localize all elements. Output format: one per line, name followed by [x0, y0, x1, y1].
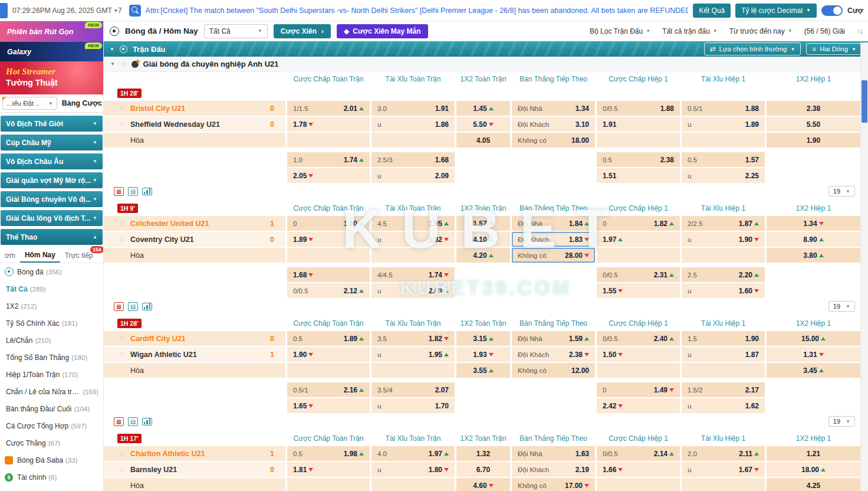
odds-cell[interactable]: 0.52.38	[597, 152, 680, 167]
odds-cell[interactable]: 4/4.51.74	[371, 267, 455, 282]
odds-cell[interactable]: Đội Nhà1.84	[512, 216, 595, 231]
time-range-select[interactable]: Từ trước đến nay ▼	[729, 27, 793, 35]
odds-cell[interactable]: u1.89	[682, 117, 765, 132]
match-list-icon[interactable]: ▤	[128, 187, 138, 196]
odds-cell[interactable]: Không có28.00	[512, 248, 595, 263]
sidebar-item-t-i-ch-nh[interactable]: $Tài chính(6)	[0, 469, 103, 486]
odds-cell[interactable]: Đội Khách1.83	[512, 232, 595, 247]
odds-cell[interactable]: Không có17.00	[512, 478, 595, 491]
sidebar-item-ch-n-l-c-a-n-a-tr[interactable]: Chẵn / Lẻ của Nửa trậ...(169)	[0, 383, 103, 400]
odds-cell[interactable]: Đội Nhà1.34	[512, 101, 595, 116]
odds-cell[interactable]: Đội Nhà1.59	[512, 331, 595, 346]
all-matches-select[interactable]: Tất cả trận đấu ▼	[662, 27, 718, 35]
banner-quick-version[interactable]: Phiên bản Rút Gọn NEW	[0, 21, 103, 42]
odds-cell[interactable]: 2.05	[287, 168, 370, 183]
page-count-select[interactable]: 19▼	[828, 301, 855, 312]
toggle-switch[interactable]	[821, 5, 843, 16]
filter-matches-select[interactable]: Bộ Lọc Trận Đấu ▼	[590, 27, 650, 35]
odds-cell[interactable]: Không có12.00	[512, 363, 595, 378]
odds-cell[interactable]: 1.81	[287, 462, 370, 477]
odds-cell[interactable]: 8.90	[767, 232, 860, 247]
odds-cell[interactable]: 2.02.11	[682, 446, 765, 461]
odds-cell[interactable]: 01.49	[597, 382, 680, 397]
favorite-star-icon[interactable]: ☆	[120, 60, 127, 68]
odds-cell[interactable]: 2.42	[597, 398, 680, 413]
odds-cell[interactable]: 1.01.74	[287, 152, 370, 167]
odds-cell[interactable]: 4.51.95	[371, 216, 455, 231]
odds-cell[interactable]: u1.86	[371, 117, 455, 132]
parlay-button[interactable]: Cược Xiên ›	[274, 24, 331, 38]
odds-cell[interactable]: 1.31	[767, 347, 860, 362]
page-count-select[interactable]: 19▼	[828, 416, 855, 427]
odds-cell[interactable]: 1.34	[767, 216, 860, 231]
odds-cell[interactable]: 4.05	[456, 133, 510, 148]
sidebar-item-hi-p-1-to-n-tr-n[interactable]: Hiệp 1/Toàn Trận(170)	[0, 366, 103, 383]
sidebar-item-t-ng-s-b-n-th-ng[interactable]: Tổng Số Bàn Thắng(180)	[0, 349, 103, 366]
stats-grid-icon[interactable]: ▦	[114, 302, 124, 311]
scrollbar-thumb[interactable]	[862, 80, 867, 123]
odds-cell[interactable]: 2/2.51.87	[682, 216, 765, 231]
favorite-star-icon[interactable]: ☆	[118, 120, 126, 129]
odds-cell[interactable]: 1.66	[597, 462, 680, 477]
odds-cell[interactable]: 3.80	[767, 248, 860, 263]
odds-cell[interactable]: Đội Khách3.10	[512, 117, 595, 132]
favorite-star-icon[interactable]: ☆	[118, 465, 126, 474]
odds-cell[interactable]: 1.51.90	[682, 331, 765, 346]
odds-cell[interactable]: 1.89	[287, 232, 370, 247]
odds-cell[interactable]: u1.90	[682, 232, 765, 247]
odds-cell[interactable]: 1.21	[767, 446, 860, 461]
odds-cell[interactable]: 01.90	[287, 216, 370, 231]
odds-cell[interactable]: u2.03	[371, 283, 455, 298]
odds-cell[interactable]: 1.93	[456, 347, 510, 362]
odds-cell[interactable]: u1.80	[371, 462, 455, 477]
rows-mode-select[interactable]: ≡ Hai Dòng ▼	[806, 43, 862, 55]
favorite-star-icon[interactable]: ☆	[118, 235, 126, 244]
bar-chart-icon[interactable]	[142, 418, 152, 425]
odds-cell[interactable]: 1.51	[597, 168, 680, 183]
sidebar-accordion-gi-i-qu-n-v-t-m-m-r[interactable]: Giải quần vợt Mỹ Mở rộ...▼	[1, 172, 103, 188]
odds-cell[interactable]: 1.90	[287, 347, 370, 362]
odds-cell[interactable]: 01.82	[597, 216, 680, 231]
tab-bet-slip[interactable]: Bảng Cược	[61, 99, 103, 107]
bar-chart-icon[interactable]	[142, 303, 152, 310]
sidebar-item-c-c-c-t-ng-h-p[interactable]: Cá Cược Tổng Hợp(597)	[0, 417, 103, 434]
sidebar-accordion-v-ch-th-gi-i[interactable]: Vô Địch Thế Giới▼	[1, 116, 103, 132]
menu-icon[interactable]	[0, 3, 8, 18]
odds-cell[interactable]: 2.38	[767, 101, 860, 116]
odds-cell[interactable]: 1.90	[767, 133, 860, 148]
vertical-scrollbar[interactable]	[860, 42, 868, 491]
sidebar-accordion-c-p-ch-u-m[interactable]: Cúp Châu Mỹ▼	[1, 135, 103, 150]
odds-cell[interactable]: 3.5/42.07	[371, 382, 455, 397]
odds-cell[interactable]: 0.51.57	[682, 152, 765, 167]
sidebar-item-b-ng[interactable]: Bóng đá(356)	[0, 263, 103, 280]
odds-cell[interactable]: 5.50	[767, 117, 860, 132]
odds-cell[interactable]: 0.51.98	[287, 446, 370, 461]
stats-grid-icon[interactable]: ▦	[114, 417, 124, 426]
odds-cell[interactable]: u1.67	[682, 462, 765, 477]
tab-early[interactable]: ơm	[0, 249, 20, 262]
odds-cell[interactable]: Đội Khách2.38	[512, 347, 595, 362]
odds-cell[interactable]: 1.68	[287, 267, 370, 282]
odds-cell[interactable]: 3.15	[456, 331, 510, 346]
odds-cell[interactable]: Đội Khách2.19	[512, 462, 595, 477]
sidebar-accordion-gi-i-b-ng-chuy-n-v[interactable]: Giải Bóng chuyền Vô đị...▼	[1, 191, 103, 207]
odds-cell[interactable]: 4.01.97	[371, 446, 455, 461]
odds-cell[interactable]: u1.82	[371, 232, 455, 247]
sidebar-item-b-ng-saba[interactable]: Bóng Đá Saba(33)	[0, 451, 103, 469]
favorite-star-icon[interactable]: ☆	[118, 350, 126, 359]
odds-cell[interactable]: 18.00	[767, 462, 860, 477]
sidebar-accordion-th-thao[interactable]: Thể Thao▲	[1, 229, 103, 245]
lucky-parlay-button[interactable]: ◆ Cược Xiên May Mắn	[337, 24, 428, 38]
odds-cell[interactable]: 2.5/31.68	[371, 152, 455, 167]
favorite-star-icon[interactable]: ☆	[118, 219, 126, 228]
sidebar-item-l-ch-n[interactable]: Lẻ/Chẵn(210)	[0, 332, 103, 349]
odds-cell[interactable]: 1.5/22.17	[682, 382, 765, 397]
tab-today[interactable]: Hôm Nay	[20, 248, 60, 263]
odds-cell[interactable]: u2.25	[682, 168, 765, 183]
odds-cell[interactable]: u1.87	[682, 347, 765, 362]
odds-cell[interactable]: 15.00	[767, 331, 860, 346]
odds-cell[interactable]: u1.95	[371, 347, 455, 362]
favorite-star-icon[interactable]: ☆	[118, 104, 126, 113]
odds-cell[interactable]: 6.70	[456, 462, 510, 477]
odds-cell[interactable]: 4.20	[456, 248, 510, 263]
